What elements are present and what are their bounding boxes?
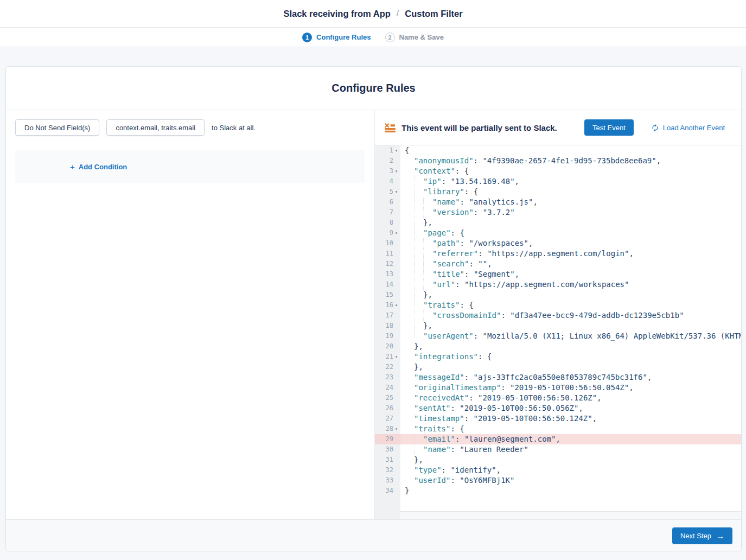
editor-line[interactable]: 31},	[375, 455, 741, 465]
next-step-button[interactable]: Next Step →	[672, 527, 732, 544]
line-number: 8	[390, 218, 393, 228]
editor-line[interactable]: 9▾"page": {	[375, 228, 741, 238]
editor-line[interactable]: 15},	[375, 290, 741, 300]
token-str: "2019-05-10T00:56:50.056Z"	[460, 404, 578, 412]
token-pun: }	[405, 486, 409, 495]
editor-line[interactable]: 16▾"traits": {	[375, 300, 741, 310]
breadcrumb-separator: /	[397, 9, 399, 18]
editor-line[interactable]: 1▾{	[375, 145, 741, 156]
editor-line[interactable]: 22},	[375, 362, 741, 372]
token-str: "3.7.2"	[483, 208, 515, 217]
editor-line[interactable]: 11"referrer": "https://app.segment.com/l…	[375, 249, 741, 259]
editor-line[interactable]: 30"name": "Lauren Reeder"	[375, 444, 741, 455]
fold-arrow-icon[interactable]: ▾	[394, 352, 399, 362]
load-another-event-button[interactable]: Load Another Event	[651, 124, 725, 132]
event-preview-header: This event will be partially sent to Sla…	[375, 110, 741, 145]
step-name-and-save[interactable]: 2 Name & Save	[385, 33, 444, 42]
token-str: "df3a47ee-bcc9-479d-addb-dc1239e5cb1b"	[510, 311, 684, 320]
partial-filter-warning-icon	[385, 123, 396, 132]
token-pun: :	[474, 208, 483, 217]
fold-arrow-icon[interactable]: ▾	[394, 145, 399, 156]
token-key: "crossDomainId"	[432, 311, 501, 320]
token-key: "name"	[432, 198, 460, 206]
step-configure-rules[interactable]: 1 Configure Rules	[302, 33, 371, 42]
indent-guide	[405, 424, 414, 434]
editor-line[interactable]: 21▾"integrations": {	[375, 352, 741, 362]
editor-line[interactable]: 13"title": "Segment",	[375, 269, 741, 279]
editor-line[interactable]: 20},	[375, 341, 741, 352]
token-key: "type"	[414, 466, 442, 474]
line-number: 6	[390, 197, 393, 207]
editor-line[interactable]: 5▾"library": {	[375, 187, 741, 197]
editor-line[interactable]: 6"name": "analytics.js",	[375, 197, 741, 207]
code-text: "email": "lauren@segment.com",	[400, 434, 741, 444]
line-gutter: 1▾	[375, 145, 400, 156]
horizontal-scrollbar[interactable]	[400, 511, 741, 519]
editor-line[interactable]: 25"receivedAt": "2019-05-10T00:56:50.126…	[375, 393, 741, 403]
token-pun: :	[474, 156, 483, 165]
editor-line[interactable]: 33"userId": "OsY6MFBj1K"	[375, 475, 741, 486]
editor-line[interactable]: 27"timestamp": "2019-05-10T00:56:50.124Z…	[375, 413, 741, 424]
token-pun: },	[414, 455, 423, 464]
indent-guide	[405, 176, 414, 187]
fold-arrow-icon[interactable]: ▾	[394, 166, 399, 176]
editor-line[interactable]: 17"crossDomainId": "df3a47ee-bcc9-479d-a…	[375, 310, 741, 321]
token-pun: : {	[460, 301, 473, 309]
token-pun: },	[414, 342, 423, 351]
editor-line[interactable]: 4"ip": "13.54.169.48",	[375, 176, 741, 187]
token-str: "13.54.169.48"	[451, 177, 515, 186]
token-pun: ,	[647, 373, 652, 381]
filter-action-dropdown[interactable]: Do Not Send Field(s)	[15, 119, 99, 136]
editor-line[interactable]: 18},	[375, 321, 741, 331]
editor-line[interactable]: 12"search": "",	[375, 259, 741, 269]
token-str: "OsY6MFBj1K"	[460, 476, 514, 485]
fold-arrow-icon[interactable]: ▾	[394, 228, 399, 238]
fold-arrow-icon[interactable]: ▾	[394, 424, 399, 434]
line-gutter: 17	[375, 310, 400, 321]
editor-line[interactable]: 23"messageId": "ajs-33ffc2ac0a550e8f0537…	[375, 372, 741, 383]
token-pun: :	[469, 393, 478, 402]
token-key: "email"	[423, 435, 455, 443]
token-pun: ,	[528, 239, 533, 247]
code-text: },	[400, 341, 741, 352]
token-pun: :	[501, 383, 510, 392]
editor-line[interactable]: 2"anonymousId": "4f9390ae-2657-4fe1-9d95…	[375, 156, 741, 166]
line-number: 28	[386, 424, 393, 434]
editor-line[interactable]: 7"version": "3.7.2"	[375, 207, 741, 218]
line-gutter: 15	[375, 290, 400, 300]
editor-line[interactable]: 32"type": "identify",	[375, 465, 741, 475]
editor-line[interactable]: 24"originalTimestamp": "2019-05-10T00:56…	[375, 383, 741, 393]
token-str: "2019-05-10T00:56:50.124Z"	[474, 414, 592, 423]
editor-line[interactable]: 19"userAgent": "Mozilla/5.0 (X11; Linux …	[375, 331, 741, 341]
token-str: "ajs-33ffc2ac0a550e8f053789c745bc31f6"	[474, 373, 647, 381]
editor-line[interactable]: 14"url": "https://app.segment.com/worksp…	[375, 279, 741, 290]
token-key: "url"	[432, 280, 455, 289]
token-key: "name"	[423, 445, 451, 454]
token-pun: ,	[629, 249, 633, 258]
editor-line[interactable]: 10"path": "/workspaces",	[375, 238, 741, 249]
token-pun: ,	[487, 259, 492, 268]
arrow-right-icon: →	[716, 532, 724, 540]
add-condition-button[interactable]: + Add Condition	[70, 163, 127, 171]
test-event-button[interactable]: Test Event	[584, 119, 634, 136]
filter-fields-dropdown[interactable]: context.email, traits.email	[106, 119, 205, 136]
code-text: }	[400, 486, 741, 496]
editor-line[interactable]: 29"email": "lauren@segment.com",	[375, 434, 741, 444]
line-gutter: 13	[375, 269, 400, 279]
line-number: 22	[386, 362, 393, 372]
editor-line[interactable]: 3▾"context": {	[375, 166, 741, 176]
fold-arrow-icon[interactable]: ▾	[394, 187, 399, 197]
editor-line[interactable]: 26"sentAt": "2019-05-10T00:56:50.056Z",	[375, 403, 741, 413]
token-pun: : {	[478, 352, 492, 361]
step-label: Configure Rules	[316, 33, 371, 41]
indent-guide	[423, 279, 432, 290]
editor-line[interactable]: 34}	[375, 486, 741, 496]
json-event-editor[interactable]: 1▾{2"anonymousId": "4f9390ae-2657-4fe1-9…	[375, 145, 741, 519]
line-number: 20	[386, 341, 393, 352]
fold-arrow-icon[interactable]: ▾	[394, 300, 399, 310]
token-str: "/workspaces"	[469, 239, 528, 247]
indent-guide	[414, 218, 423, 228]
editor-line[interactable]: 28▾"traits": {	[375, 424, 741, 434]
editor-line[interactable]: 8},	[375, 218, 741, 228]
token-pun: :	[455, 280, 464, 289]
